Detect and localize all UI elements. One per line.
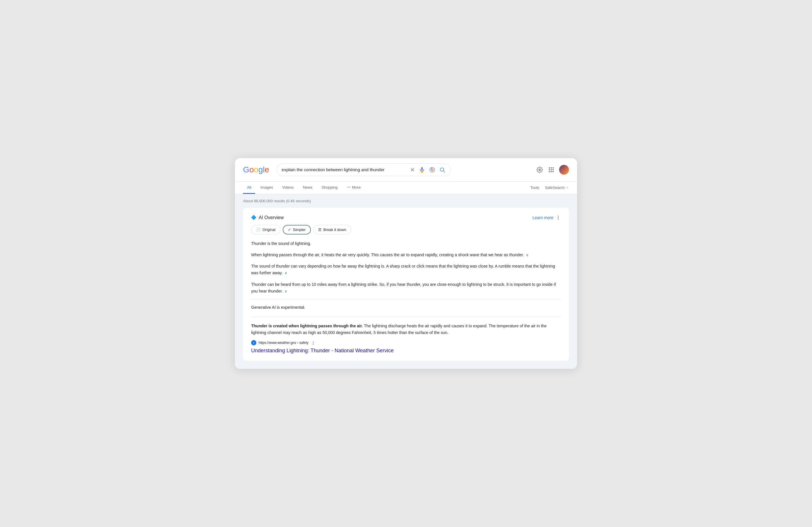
close-icon xyxy=(410,167,415,172)
ai-menu-button[interactable] xyxy=(556,215,561,220)
svg-point-26 xyxy=(313,344,314,344)
header-right xyxy=(536,165,569,175)
svg-point-17 xyxy=(349,187,349,187)
ai-tab-original-label: Original xyxy=(262,228,276,232)
ai-paragraph-4: Thunder can be heard from up to 10 miles… xyxy=(251,281,561,295)
tools-button[interactable]: Tools xyxy=(529,182,540,193)
source-more-button[interactable] xyxy=(311,340,316,345)
expand-chevron-1[interactable]: ∨ xyxy=(526,252,529,258)
svg-point-24 xyxy=(313,341,314,342)
svg-line-5 xyxy=(444,171,445,172)
svg-rect-14 xyxy=(551,171,552,172)
expand-chevron-3[interactable]: ∨ xyxy=(285,288,287,294)
svg-point-18 xyxy=(350,187,350,187)
results-count: About 88,600,000 results (0.46 seconds) xyxy=(243,199,569,203)
lens-icon xyxy=(429,167,435,173)
ai-tabs: 📄 Original ✓ Simpler ☰ Break it down xyxy=(251,225,561,234)
svg-point-25 xyxy=(313,343,314,343)
list-icon: ☰ xyxy=(318,228,322,232)
gear-icon xyxy=(536,167,543,173)
voice-search-button[interactable] xyxy=(419,166,425,173)
nav-tabs: All Images Videos News Shopping More Too… xyxy=(235,182,577,194)
nav-right: Tools SafeSearch xyxy=(529,182,569,193)
search-button[interactable] xyxy=(439,166,446,173)
safesearch-label: SafeSearch xyxy=(545,185,565,190)
more-dots-icon xyxy=(347,185,351,189)
svg-point-16 xyxy=(347,187,348,187)
logo-letter-o1: o xyxy=(249,165,254,174)
svg-rect-10 xyxy=(549,169,550,170)
svg-rect-12 xyxy=(553,169,554,170)
logo-letter-g: G xyxy=(243,165,249,174)
tab-shopping[interactable]: Shopping xyxy=(318,182,342,194)
vertical-dots-icon xyxy=(556,215,561,220)
tab-all[interactable]: All xyxy=(243,182,255,194)
document-icon: 📄 xyxy=(256,228,261,232)
logo-letter-o2: o xyxy=(254,165,258,174)
search-icons xyxy=(409,166,446,173)
safesearch-button[interactable]: SafeSearch xyxy=(545,185,569,190)
svg-rect-11 xyxy=(551,169,552,170)
clear-search-button[interactable] xyxy=(409,167,416,173)
vertical-dots-small-icon xyxy=(311,341,316,345)
ai-paragraph-3: The sound of thunder can vary depending … xyxy=(251,263,561,276)
tab-more[interactable]: More xyxy=(343,182,365,194)
avatar[interactable] xyxy=(559,165,569,175)
svg-point-20 xyxy=(558,217,559,218)
svg-point-21 xyxy=(558,219,559,220)
lens-search-button[interactable] xyxy=(428,166,436,173)
ai-overview-title: AI Overview xyxy=(251,215,284,220)
source-summary: Thunder is created when lightning passes… xyxy=(251,323,561,336)
generative-note: Generative AI is experimental. xyxy=(251,299,561,311)
ai-paragraph-3-text: The sound of thunder can vary depending … xyxy=(251,264,555,275)
search-bar: explain the connection between lightning… xyxy=(277,163,451,176)
source-meta: https://www.weather.gov › safety xyxy=(251,340,561,345)
search-input[interactable]: explain the connection between lightning… xyxy=(281,167,406,172)
ai-paragraph-2-text: When lightning passes through the air, i… xyxy=(251,253,524,257)
ai-title-text: AI Overview xyxy=(259,215,284,220)
ai-diamond-icon xyxy=(251,215,256,220)
ai-tab-simpler[interactable]: ✓ Simpler xyxy=(283,225,311,234)
weather-gov-icon xyxy=(252,341,256,344)
svg-rect-13 xyxy=(549,171,550,172)
source-url: https://www.weather.gov › safety xyxy=(259,341,308,345)
ai-tab-breakdown-label: Break it down xyxy=(323,228,346,232)
source-section: Thunder is created when lightning passes… xyxy=(251,317,561,354)
ai-tab-simpler-label: Simpler xyxy=(293,228,306,232)
source-link[interactable]: Understanding Lightning: Thunder - Natio… xyxy=(251,348,561,354)
ai-actions: Learn more xyxy=(533,215,561,220)
ai-overview-card: AI Overview Learn more 📄 Original ✓ Si xyxy=(243,208,569,361)
ai-paragraph-4-text: Thunder can be heard from up to 10 miles… xyxy=(251,282,556,294)
ai-paragraph-1: Thunder is the sound of lightning. xyxy=(251,240,561,247)
svg-point-19 xyxy=(558,216,559,216)
ai-content: Thunder is the sound of lightning. When … xyxy=(251,240,561,311)
header: G o o g l e explain the connection betwe… xyxy=(235,158,577,182)
settings-button[interactable] xyxy=(536,166,543,173)
ai-overview-header: AI Overview Learn more xyxy=(251,215,561,220)
apps-button[interactable] xyxy=(548,166,555,173)
svg-rect-7 xyxy=(549,168,550,169)
chevron-down-icon xyxy=(566,186,569,189)
google-logo: G o o g l e xyxy=(243,165,269,174)
svg-rect-8 xyxy=(551,168,552,169)
source-summary-bold: Thunder is created when lightning passes… xyxy=(251,324,363,328)
ai-learn-more-link[interactable]: Learn more xyxy=(533,215,553,220)
svg-rect-9 xyxy=(553,168,554,169)
browser-window: G o o g l e explain the connection betwe… xyxy=(235,158,577,369)
search-icon xyxy=(439,167,445,173)
grid-icon xyxy=(548,167,554,173)
svg-point-23 xyxy=(253,343,254,344)
tab-videos[interactable]: Videos xyxy=(278,182,298,194)
ai-tab-original[interactable]: 📄 Original xyxy=(251,225,280,234)
check-icon: ✓ xyxy=(288,228,291,232)
tab-more-label: More xyxy=(352,185,361,189)
microphone-icon xyxy=(419,167,425,173)
ai-tab-breakdown[interactable]: ☰ Break it down xyxy=(313,225,351,234)
results-area: About 88,600,000 results (0.46 seconds) … xyxy=(235,194,577,369)
logo-letter-g2: g xyxy=(258,165,263,174)
ai-paragraph-2: When lightning passes through the air, i… xyxy=(251,252,561,258)
svg-rect-15 xyxy=(553,171,554,172)
tab-news[interactable]: News xyxy=(299,182,317,194)
tab-images[interactable]: Images xyxy=(256,182,277,194)
expand-chevron-2[interactable]: ∨ xyxy=(285,270,287,276)
